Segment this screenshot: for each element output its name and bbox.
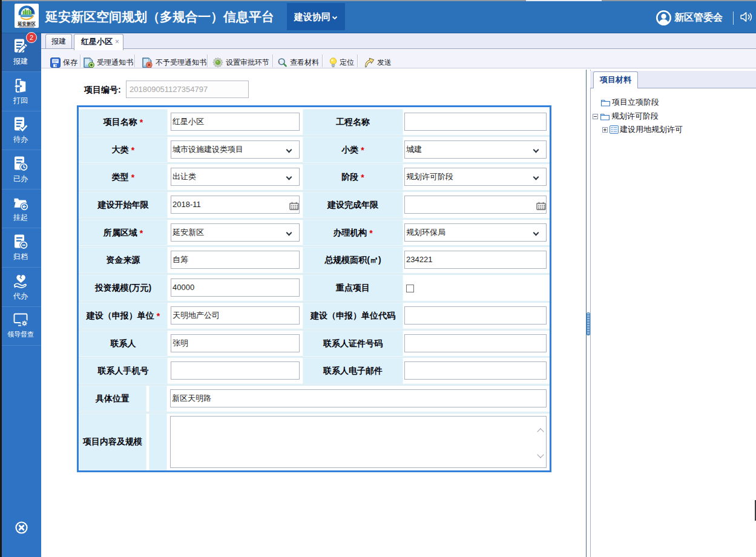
svg-text:延安新区: 延安新区	[17, 21, 36, 27]
